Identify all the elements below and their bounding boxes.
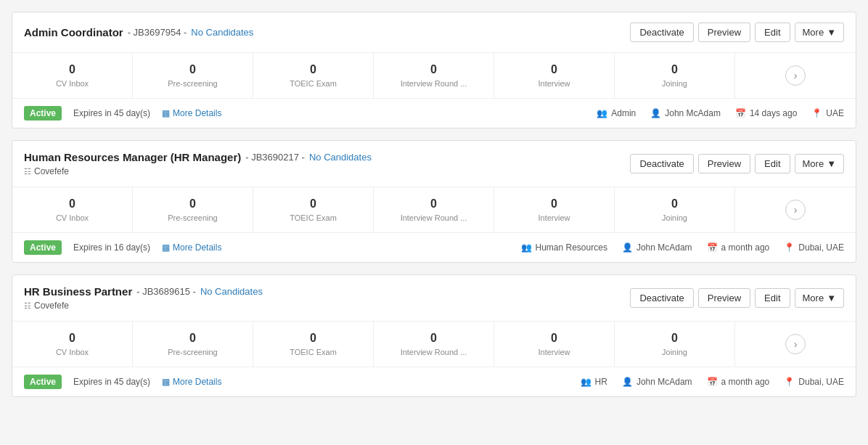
- stat-cell-5: 0 Joining: [615, 187, 735, 232]
- job-id: - JB3697954 -: [128, 27, 187, 38]
- stats-row: 0 CV Inbox 0 Pre-screening 0 TOEIC Exam …: [12, 187, 856, 233]
- calendar-icon: 📅: [735, 108, 746, 118]
- stat-cell-4: 0 Interview: [494, 322, 615, 367]
- card-footer: Active Expires in 45 day(s) ▩ More Detai…: [12, 99, 856, 128]
- stat-label: Pre-screening: [139, 348, 247, 356]
- edit-button[interactable]: Edit: [755, 288, 790, 308]
- stat-number: 0: [18, 332, 126, 345]
- stat-number: 0: [139, 197, 247, 211]
- footer-meta: 👥 Human Resources 👤 John McAdam 📅 a mont…: [521, 242, 845, 253]
- more-details-label: More Details: [173, 108, 221, 118]
- deactivate-button[interactable]: Deactivate: [630, 23, 693, 42]
- next-arrow-button[interactable]: ›: [785, 334, 806, 354]
- location-icon: 📍: [784, 242, 795, 253]
- stats-row: 0 CV Inbox 0 Pre-screening 0 TOEIC Exam …: [12, 322, 856, 367]
- department-meta: 👥 Admin: [597, 108, 636, 118]
- time-meta: 📅 14 days ago: [735, 108, 797, 118]
- next-arrow-button[interactable]: ›: [785, 200, 806, 220]
- status-badge: Active: [24, 375, 62, 389]
- more-details-link[interactable]: ▩ More Details: [162, 242, 221, 253]
- more-button[interactable]: More ▼: [795, 23, 845, 42]
- more-details-label: More Details: [173, 377, 221, 387]
- next-arrow-button[interactable]: ›: [785, 65, 806, 86]
- card-footer: Active Expires in 45 day(s) ▩ More Detai…: [12, 367, 856, 396]
- stat-label: TOEIC Exam: [259, 348, 367, 356]
- no-candidates-link[interactable]: No Candidates: [191, 27, 253, 38]
- stat-cell-4: 0 Interview: [494, 187, 615, 232]
- more-label: More: [803, 293, 824, 303]
- stat-cell-5: 0 Joining: [615, 322, 735, 367]
- stat-number: 0: [621, 332, 729, 345]
- stat-cell-0: 0 CV Inbox: [12, 187, 133, 232]
- chevron-down-icon: ▼: [827, 293, 836, 303]
- edit-button[interactable]: Edit: [755, 23, 790, 42]
- stat-number: 0: [259, 63, 367, 76]
- stat-number: 0: [380, 197, 488, 211]
- chevron-down-icon: ▼: [827, 27, 836, 38]
- more-details-link[interactable]: ▩ More Details: [162, 377, 221, 387]
- more-details-link[interactable]: ▩ More Details: [162, 108, 221, 118]
- more-button[interactable]: More ▼: [795, 288, 845, 308]
- more-label: More: [803, 27, 824, 38]
- stat-label: TOEIC Exam: [259, 213, 367, 222]
- stat-cell-3: 0 Interview Round ...: [374, 187, 494, 232]
- stat-label: Joining: [621, 79, 729, 88]
- expires-text: Expires in 45 day(s): [73, 108, 150, 118]
- people-icon: 👥: [597, 108, 607, 118]
- bar-chart-icon: ▩: [162, 108, 170, 118]
- card-header: HR Business Partner - JB3689615 - No Can…: [12, 275, 856, 322]
- stat-label: Joining: [621, 213, 729, 222]
- preview-button[interactable]: Preview: [698, 154, 750, 173]
- stat-number: 0: [621, 197, 729, 211]
- department-name: Human Resources: [536, 242, 607, 253]
- no-candidates-link[interactable]: No Candidates: [200, 286, 263, 297]
- deactivate-button[interactable]: Deactivate: [630, 154, 693, 173]
- location-meta: 📍 UAE: [811, 108, 844, 118]
- location-icon: 📍: [811, 108, 822, 118]
- stat-number: 0: [139, 63, 247, 76]
- job-title-row: HR Business Partner - JB3689615 - No Can…: [24, 285, 263, 298]
- stat-cell-3: 0 Interview Round ...: [374, 53, 494, 98]
- stat-cell-0: 0 CV Inbox: [12, 322, 133, 367]
- deactivate-button[interactable]: Deactivate: [630, 288, 693, 308]
- stat-label: CV Inbox: [18, 348, 126, 356]
- stat-number: 0: [621, 63, 729, 76]
- card-footer: Active Expires in 16 day(s) ▩ More Detai…: [12, 233, 856, 262]
- stat-cell-3: 0 Interview Round ...: [374, 322, 494, 367]
- time-meta: 📅 a month ago: [707, 377, 770, 387]
- expires-text: Expires in 45 day(s): [73, 377, 150, 387]
- company-name: Covefefe: [34, 301, 69, 311]
- preview-button[interactable]: Preview: [698, 288, 750, 308]
- time-ago: a month ago: [721, 377, 770, 387]
- more-button[interactable]: More ▼: [795, 154, 845, 173]
- job-card-2: Human Resources Manager (HR Manager) - J…: [12, 140, 856, 263]
- owner-meta: 👤 John McAdam: [650, 108, 721, 118]
- calendar-icon: 📅: [707, 377, 718, 387]
- chevron-down-icon: ▼: [827, 158, 836, 169]
- stat-label: Interview Round ...: [380, 348, 488, 356]
- status-badge: Active: [24, 106, 62, 121]
- job-card-3: HR Business Partner - JB3689615 - No Can…: [12, 274, 856, 397]
- stat-arrow-cell: ›: [735, 322, 856, 367]
- company-row: ☷ Covefefe: [24, 166, 372, 176]
- stat-cell-2: 0 TOEIC Exam: [253, 187, 374, 232]
- stat-number: 0: [380, 63, 488, 76]
- card-header-right: Deactivate Preview Edit More ▼: [630, 23, 844, 42]
- location-name: Dubai, UAE: [798, 377, 844, 387]
- building-icon: ☷: [24, 167, 31, 176]
- job-title-row: Admin Coordinator - JB3697954 - No Candi…: [24, 26, 253, 38]
- stat-cell-1: 0 Pre-screening: [133, 187, 253, 232]
- time-ago: 14 days ago: [750, 108, 797, 118]
- card-header-left: Admin Coordinator - JB3697954 - No Candi…: [24, 26, 253, 38]
- department-name: Admin: [611, 108, 636, 118]
- no-candidates-link[interactable]: No Candidates: [309, 152, 372, 163]
- stat-cell-2: 0 TOEIC Exam: [253, 53, 374, 98]
- edit-button[interactable]: Edit: [755, 154, 790, 173]
- expires-text: Expires in 16 day(s): [73, 242, 150, 253]
- card-header: Admin Coordinator - JB3697954 - No Candi…: [12, 12, 856, 53]
- job-card-1: Admin Coordinator - JB3697954 - No Candi…: [12, 12, 856, 128]
- stat-number: 0: [259, 197, 367, 211]
- stat-label: Interview: [500, 213, 608, 222]
- people-icon: 👥: [521, 242, 532, 253]
- preview-button[interactable]: Preview: [698, 23, 750, 42]
